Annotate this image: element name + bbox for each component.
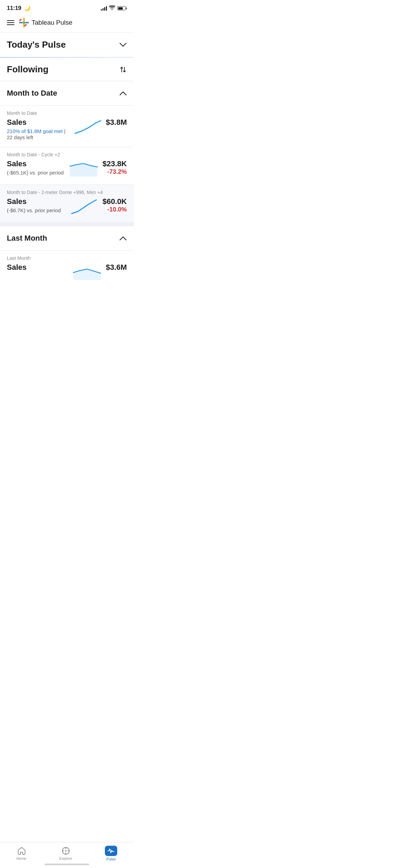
svg-point-6 <box>23 22 25 24</box>
svg-rect-2 <box>19 22 23 23</box>
metric-value-lm: $3.6M <box>106 263 127 272</box>
metric-change-2: -73.2% <box>102 168 127 176</box>
last-month-header[interactable]: Last Month <box>0 226 134 250</box>
month-to-date-header[interactable]: Month to Date <box>0 81 134 105</box>
sparkline-chart-3 <box>68 197 99 216</box>
wifi-icon <box>109 5 115 11</box>
metric-row-2: Sales (-$65.1K) vs. prior period $23.8K … <box>7 159 127 178</box>
chevron-up-icon-2 <box>119 236 127 241</box>
metric-name-3: Sales <box>7 197 65 206</box>
main-content: Today's Pulse Following Month to Date Mo… <box>0 33 134 322</box>
metric-sub-1: 210% of $1.8M goal met | 22 days left <box>7 128 68 141</box>
svg-marker-8 <box>73 269 101 280</box>
metric-value-group-3: $60.0K -10.0% <box>102 197 127 213</box>
metric-sub-2: (-$65.1K) vs. prior period <box>7 170 65 176</box>
svg-rect-4 <box>19 19 22 21</box>
metric-value-2: $23.8K <box>102 159 127 168</box>
metric-left-lm: Sales <box>7 263 68 273</box>
moon-icon: 🌙 <box>24 5 31 11</box>
nav-logo: Tableau Pulse <box>19 18 72 27</box>
last-month-title: Last Month <box>7 234 47 243</box>
metric-name-2: Sales <box>7 159 65 168</box>
metric-card-sales-dome[interactable]: Month to Date - 2-meter Dome +996, Men +… <box>0 184 134 222</box>
signal-icon <box>101 6 107 11</box>
status-icons <box>101 5 127 11</box>
month-to-date-section: Month to Date Month to Date Sales 210% o… <box>0 81 134 222</box>
metric-left-2: Sales (-$65.1K) vs. prior period <box>7 159 65 176</box>
todays-pulse-header[interactable]: Today's Pulse <box>0 33 134 57</box>
sparkline-chart-2 <box>68 159 99 178</box>
chevron-down-icon <box>119 43 127 47</box>
following-header: Following <box>0 58 134 81</box>
metric-card-sales-mtd[interactable]: Month to Date Sales 210% of $1.8M goal m… <box>0 105 134 147</box>
metric-name-1: Sales <box>7 118 68 127</box>
battery-icon <box>117 6 127 10</box>
section-separator <box>0 222 134 226</box>
metric-row-lm: Sales $3.6M <box>7 263 127 282</box>
metric-label-lm: Last Month <box>7 255 127 261</box>
sparkline-chart-lm <box>72 263 102 282</box>
metric-sub-3: (-$6.7K) vs. prior period <box>7 207 65 213</box>
status-time: 11:19 <box>7 5 21 12</box>
metric-label-1: Month to Date <box>7 110 127 116</box>
tableau-logo-icon <box>19 18 29 27</box>
metric-change-3: -10.0% <box>102 206 127 213</box>
svg-rect-3 <box>25 22 29 23</box>
metric-card-sales-lastmonth[interactable]: Last Month Sales $3.6M <box>0 250 134 288</box>
following-title: Following <box>7 64 48 75</box>
sparkline-chart-1 <box>72 118 102 137</box>
top-nav: Tableau Pulse <box>0 14 134 33</box>
sort-button[interactable] <box>119 66 127 73</box>
metric-value-1: $3.8M <box>106 118 127 127</box>
metric-card-sales-cycle[interactable]: Month to Date - Cycle +2 Sales (-$65.1K)… <box>0 147 134 184</box>
metric-left-3: Sales (-$6.7K) vs. prior period <box>7 197 65 213</box>
metric-value-group-2: $23.8K -73.2% <box>102 159 127 176</box>
status-bar: 11:19 🌙 <box>0 0 134 14</box>
metric-name-lm: Sales <box>7 263 68 272</box>
last-month-section: Last Month Last Month Sales $3.6M <box>0 226 134 288</box>
svg-rect-0 <box>23 18 25 21</box>
nav-title: Tableau Pulse <box>32 19 72 26</box>
metric-left-1: Sales 210% of $1.8M goal met | 22 days l… <box>7 118 68 141</box>
metric-row-1: Sales 210% of $1.8M goal met | 22 days l… <box>7 118 127 141</box>
hamburger-button[interactable] <box>7 20 14 25</box>
todays-pulse-title: Today's Pulse <box>7 39 66 50</box>
metric-value-3: $60.0K <box>102 197 127 206</box>
chevron-up-icon <box>119 91 127 96</box>
metric-label-2: Month to Date - Cycle +2 <box>7 152 127 157</box>
metric-row-3: Sales (-$6.7K) vs. prior period $60.0K -… <box>7 197 127 216</box>
month-to-date-title: Month to Date <box>7 89 57 98</box>
metric-label-3: Month to Date - 2-meter Dome +996, Men +… <box>7 190 127 195</box>
